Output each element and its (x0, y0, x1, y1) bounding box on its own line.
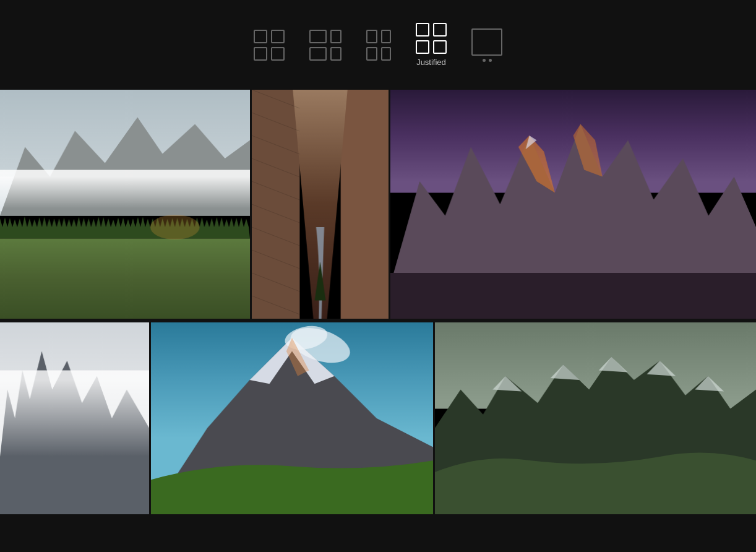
gallery-row-1 (0, 90, 756, 319)
masonry-icon (309, 30, 341, 61)
view-option-masonry[interactable] (309, 30, 341, 61)
view-option-slideshow[interactable] (471, 28, 502, 62)
toolbar: Justified (0, 0, 756, 90)
gallery-image-5[interactable] (151, 322, 434, 514)
gallery-image-2[interactable] (252, 90, 390, 319)
view-option-justified[interactable]: Justified (416, 23, 447, 67)
view-option-columns[interactable] (366, 30, 391, 61)
justified-label: Justified (416, 58, 446, 67)
grid-icon (254, 30, 285, 61)
gallery-row-2 (0, 322, 756, 514)
gallery-image-6[interactable] (435, 322, 756, 514)
gallery-image-1[interactable] (0, 90, 252, 319)
justified-icon (416, 23, 447, 54)
view-option-grid[interactable] (254, 30, 285, 61)
gallery-image-3[interactable] (390, 90, 756, 319)
columns-icon (366, 30, 391, 61)
gallery (0, 90, 756, 514)
slideshow-icon (471, 28, 502, 62)
gallery-image-4[interactable] (0, 322, 151, 514)
